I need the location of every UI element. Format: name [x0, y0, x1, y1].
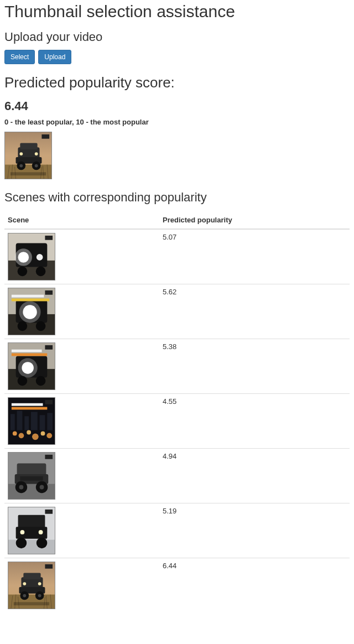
svg-rect-52 [31, 412, 38, 430]
svg-rect-50 [17, 411, 23, 430]
svg-point-13 [19, 164, 23, 168]
svg-rect-61 [12, 403, 43, 406]
svg-rect-100 [45, 564, 53, 569]
svg-point-97 [38, 594, 41, 598]
svg-rect-68 [20, 476, 43, 481]
predicted-heading: Predicted popularity score: [4, 74, 350, 91]
svg-point-99 [38, 582, 41, 585]
svg-rect-63 [45, 400, 53, 404]
svg-point-71 [19, 485, 24, 490]
svg-point-81 [37, 538, 48, 549]
scene-thumbnail [8, 342, 55, 390]
svg-point-72 [40, 485, 44, 490]
table-row: 5.07 [4, 229, 350, 284]
score-hint: 0 - the least popular, 10 - the most pop… [4, 118, 350, 126]
svg-point-56 [19, 433, 24, 438]
svg-rect-18 [11, 172, 46, 175]
scene-popularity: 4.94 [159, 449, 350, 503]
svg-point-42 [18, 358, 38, 377]
scene-thumbnail [8, 452, 55, 500]
scene-thumbnail [8, 288, 55, 335]
svg-rect-27 [45, 236, 53, 240]
svg-rect-75 [8, 540, 55, 554]
svg-point-14 [35, 164, 38, 168]
svg-point-43 [18, 376, 28, 386]
svg-point-58 [32, 433, 39, 440]
col-popularity: Predicted popularity [159, 211, 350, 229]
svg-rect-65 [8, 484, 55, 499]
scene-thumbnail [8, 507, 55, 554]
svg-point-16 [35, 152, 38, 155]
upload-button-row: Select Upload [4, 50, 350, 64]
svg-point-26 [36, 267, 46, 277]
svg-rect-9 [20, 143, 37, 150]
table-row: 4.94 [4, 449, 350, 503]
svg-point-32 [19, 301, 41, 323]
scene-thumbnail [8, 562, 55, 609]
table-row: 5.19 [4, 503, 350, 558]
svg-point-24 [37, 254, 43, 261]
scene-thumbnail [8, 233, 55, 281]
scene-popularity: 4.55 [159, 394, 350, 449]
scene-thumbnail [8, 397, 55, 445]
svg-rect-49 [11, 414, 15, 430]
svg-point-25 [18, 267, 28, 277]
svg-point-80 [16, 538, 27, 549]
svg-rect-35 [12, 295, 44, 298]
svg-point-15 [19, 152, 23, 155]
col-scene: Scene [4, 211, 159, 229]
table-row: 5.38 [4, 339, 350, 394]
svg-point-44 [36, 376, 46, 386]
svg-rect-17 [41, 134, 49, 139]
scene-popularity: 6.44 [159, 558, 350, 613]
svg-point-79 [39, 530, 43, 534]
svg-rect-45 [12, 350, 42, 352]
svg-rect-73 [45, 455, 53, 459]
svg-point-34 [36, 321, 46, 331]
upload-heading: Upload your video [4, 30, 350, 44]
svg-rect-46 [12, 354, 47, 356]
scenes-heading: Scenes with corresponding popularity [4, 190, 350, 205]
svg-rect-36 [12, 299, 49, 302]
main-thumbnail [4, 132, 52, 179]
upload-button[interactable]: Upload [38, 50, 71, 64]
svg-rect-82 [45, 510, 53, 514]
svg-rect-62 [12, 407, 47, 410]
svg-point-96 [23, 594, 26, 598]
svg-rect-51 [24, 416, 29, 430]
svg-point-33 [18, 321, 28, 331]
scene-popularity: 5.19 [159, 503, 350, 558]
svg-point-55 [13, 432, 17, 436]
svg-rect-54 [47, 413, 53, 430]
scene-popularity: 5.38 [159, 339, 350, 394]
table-row: 4.55 [4, 394, 350, 449]
svg-rect-53 [40, 415, 45, 430]
svg-point-59 [41, 432, 45, 436]
scene-popularity: 5.07 [159, 229, 350, 284]
svg-rect-92 [23, 573, 40, 580]
svg-point-98 [23, 582, 26, 585]
svg-point-60 [46, 433, 52, 438]
svg-rect-37 [45, 290, 53, 295]
svg-rect-47 [45, 345, 53, 350]
svg-point-78 [20, 530, 24, 534]
page-title: Thumbnail selection assistance [4, 2, 350, 21]
table-row: 5.62 [4, 284, 350, 339]
table-row: 6.44 [4, 558, 350, 613]
predicted-score: 6.44 [4, 99, 350, 113]
scenes-table: Scene Predicted popularity [4, 211, 350, 612]
select-button[interactable]: Select [4, 50, 35, 64]
svg-point-57 [27, 430, 31, 435]
svg-rect-101 [14, 602, 49, 605]
scene-popularity: 5.62 [159, 284, 350, 339]
svg-point-23 [15, 248, 32, 266]
